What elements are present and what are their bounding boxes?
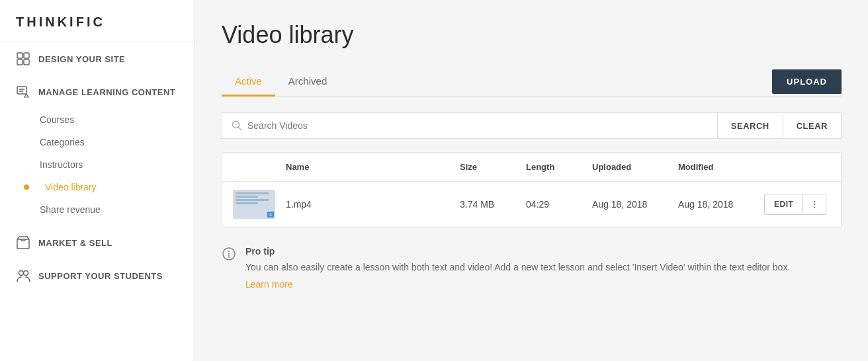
- pro-tip: Pro tip You can also easily create a les…: [222, 246, 842, 290]
- share-revenue-label: Share revenue: [40, 204, 101, 215]
- sidebar: THINKIFIC DESIGN YOUR SITE: [0, 0, 195, 361]
- search-input[interactable]: [247, 113, 708, 138]
- brand-logo: THINKIFIC: [0, 0, 195, 42]
- main-content: Video library Active Archived UPLOAD SEA…: [195, 0, 868, 361]
- col-actions: [764, 162, 830, 172]
- instructors-label: Instructors: [40, 159, 83, 170]
- market-icon: [16, 235, 30, 250]
- manage-label: MANAGE LEARNING CONTENT: [38, 87, 175, 97]
- tab-active[interactable]: Active: [222, 67, 275, 97]
- col-modified: Modified: [678, 162, 764, 172]
- search-button[interactable]: SEARCH: [717, 112, 783, 139]
- video-size: 3.74 MB: [460, 199, 526, 210]
- sidebar-item-instructors[interactable]: Instructors: [0, 153, 195, 176]
- svg-rect-1: [24, 53, 29, 58]
- edit-button[interactable]: EDIT: [764, 194, 803, 215]
- page-title: Video library: [222, 21, 842, 49]
- col-thumb: [233, 162, 286, 172]
- row-actions: EDIT ⋮: [764, 194, 830, 215]
- design-label: DESIGN YOUR SITE: [38, 54, 125, 64]
- support-label: SUPPORT YOUR STUDENTS: [38, 271, 163, 281]
- table-row: 4 1.mp4 3.74 MB 04:29 Aug 18, 2018 Aug 1…: [222, 182, 841, 227]
- more-options-button[interactable]: ⋮: [803, 194, 826, 215]
- video-name: 1.mp4: [286, 199, 460, 210]
- search-input-wrap: [222, 112, 717, 139]
- pro-tip-icon: [222, 247, 236, 261]
- video-modified: Aug 18, 2018: [678, 199, 764, 210]
- sidebar-section-manage: MANAGE LEARNING CONTENT Courses Categori…: [0, 75, 195, 226]
- svg-point-9: [24, 271, 28, 276]
- sidebar-section-support: SUPPORT YOUR STUDENTS: [0, 259, 195, 292]
- sidebar-item-share-revenue[interactable]: Share revenue: [0, 198, 195, 221]
- sidebar-section-market: MARKET & SELL: [0, 226, 195, 259]
- video-uploaded: Aug 18, 2018: [592, 199, 678, 210]
- sidebar-item-market[interactable]: MARKET & SELL: [0, 226, 195, 259]
- courses-label: Courses: [40, 114, 74, 125]
- video-table: Name Size Length Uploaded Modified 4: [222, 152, 842, 227]
- pro-tip-text: You can also easily create a lesson with…: [245, 261, 790, 274]
- clear-button[interactable]: CLEAR: [783, 112, 842, 139]
- col-uploaded: Uploaded: [592, 162, 678, 172]
- support-icon: [16, 268, 30, 283]
- market-label: MARKET & SELL: [38, 238, 112, 248]
- tab-archived[interactable]: Archived: [275, 67, 340, 97]
- sidebar-item-manage[interactable]: MANAGE LEARNING CONTENT: [0, 75, 195, 108]
- sidebar-item-categories[interactable]: Categories: [0, 131, 195, 153]
- sidebar-item-support[interactable]: SUPPORT YOUR STUDENTS: [0, 259, 195, 292]
- learn-more-link[interactable]: Learn more: [245, 279, 293, 290]
- col-size: Size: [460, 162, 526, 172]
- video-length: 04:29: [526, 199, 592, 210]
- svg-rect-4: [17, 87, 26, 94]
- table-header: Name Size Length Uploaded Modified: [222, 153, 841, 182]
- search-row: SEARCH CLEAR: [222, 112, 842, 139]
- svg-rect-2: [17, 60, 22, 65]
- categories-label: Categories: [40, 137, 85, 147]
- svg-point-8: [19, 271, 24, 276]
- svg-point-13: [228, 251, 230, 252]
- video-library-label: Video library: [45, 182, 97, 192]
- svg-rect-0: [17, 53, 22, 58]
- col-length: Length: [526, 162, 592, 172]
- sidebar-item-video-library[interactable]: Video library: [0, 176, 195, 198]
- pro-tip-content: Pro tip You can also easily create a les…: [245, 246, 790, 290]
- pro-tip-title: Pro tip: [245, 246, 790, 257]
- video-thumbnail: 4: [233, 190, 286, 219]
- tabs-bar: Active Archived UPLOAD: [222, 67, 842, 97]
- manage-icon: [16, 85, 30, 99]
- thumb-badge: 4: [267, 212, 274, 218]
- svg-line-11: [239, 128, 241, 130]
- sidebar-item-courses[interactable]: Courses: [0, 108, 195, 131]
- sidebar-section-design: DESIGN YOUR SITE: [0, 42, 195, 75]
- svg-rect-3: [24, 60, 29, 65]
- upload-button[interactable]: UPLOAD: [772, 69, 842, 94]
- col-name: Name: [286, 162, 460, 172]
- sidebar-item-design[interactable]: DESIGN YOUR SITE: [0, 42, 195, 75]
- search-icon: [232, 120, 242, 131]
- design-icon: [16, 52, 30, 66]
- manage-sub-items: Courses Categories Instructors Video lib…: [0, 108, 195, 226]
- active-dot: [24, 184, 29, 190]
